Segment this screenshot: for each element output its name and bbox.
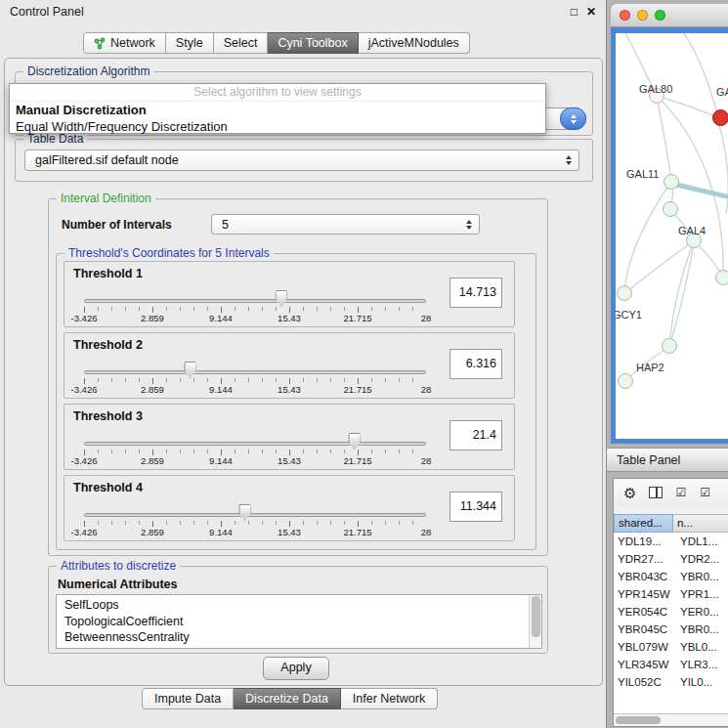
table-panel-header: Table Panel xyxy=(607,448,728,472)
scale-tick-label: 9.144 xyxy=(209,455,233,466)
node-gal11[interactable] xyxy=(664,174,679,190)
scale-tick-label: 21.715 xyxy=(343,384,371,395)
table-row[interactable]: YBR043CYBR0... xyxy=(614,568,728,585)
stepper-icon[interactable] xyxy=(559,155,578,165)
threshold-4-slider[interactable]: -3.426 2.859 9.144 15.43 21.715 28 xyxy=(84,501,426,538)
cell: YER054C xyxy=(614,603,674,621)
dropdown-option-manual-discretization[interactable]: Manual Discretization xyxy=(10,102,545,118)
tab-cyni-toolbox[interactable]: Cyni Toolbox xyxy=(268,32,358,54)
column-header-shared-name[interactable]: shared... xyxy=(614,514,673,533)
stepper-icon[interactable] xyxy=(459,220,479,230)
node-label-hap2: HAP2 xyxy=(636,362,664,373)
checkbox-icon[interactable]: ☑ xyxy=(700,487,711,498)
cell: YBR045C xyxy=(614,621,674,638)
scrollbar-thumb[interactable] xyxy=(532,596,540,637)
number-of-intervals-combobox[interactable]: 5 xyxy=(211,214,480,235)
threshold-1-slider[interactable]: -3.426 2.859 9.144 15.43 21.715 28 xyxy=(84,287,426,324)
float-icon[interactable]: □ xyxy=(571,5,578,19)
slider-track[interactable] xyxy=(84,442,426,446)
close-traffic-light[interactable] xyxy=(620,10,630,21)
slider-track[interactable] xyxy=(84,370,426,374)
dropdown-option-equal-width[interactable]: Equal Width/Frequency Discretization xyxy=(10,118,545,135)
tab-style-label: Style xyxy=(176,36,203,50)
threshold-3-value-field[interactable]: 21.4 xyxy=(450,420,502,450)
scale-tick-label: 9.144 xyxy=(209,527,233,537)
tab-impute-data[interactable]: Impute Data xyxy=(142,688,234,709)
cell: YDL19... xyxy=(614,533,674,550)
slider-thumb[interactable] xyxy=(275,290,287,307)
apply-button[interactable]: Apply xyxy=(263,657,329,680)
cell: YLR345W xyxy=(614,656,674,673)
slider-scale: -3.426 2.859 9.144 15.43 21.715 28 xyxy=(84,455,426,466)
node[interactable] xyxy=(663,201,678,217)
threshold-2-value-field[interactable]: 6.316 xyxy=(450,349,502,379)
list-item[interactable]: BetweennessCentrality xyxy=(64,629,541,646)
node-label-gal4: GAL4 xyxy=(678,225,706,236)
checkbox-icon[interactable]: ☑ xyxy=(675,487,687,498)
gear-icon[interactable]: ⚙ xyxy=(623,486,636,500)
table-row[interactable]: YPR145WYPR1... xyxy=(614,585,728,603)
threshold-3-slider[interactable]: -3.426 2.859 9.144 15.43 21.715 28 xyxy=(84,430,426,467)
threshold-2-slider[interactable]: -3.426 2.859 9.144 15.43 21.715 28 xyxy=(84,359,426,396)
node-gcy1[interactable] xyxy=(617,285,632,301)
algorithm-dropdown-popup: Select algorithm to view settings Manual… xyxy=(9,83,546,134)
table-toolbar: ⚙ ☑ ☑ xyxy=(614,479,728,506)
slider-scale: -3.426 2.859 9.144 15.43 21.715 28 xyxy=(84,313,426,323)
tab-discretize-data[interactable]: Discretize Data xyxy=(234,688,341,709)
scale-tick-label: 2.859 xyxy=(141,527,164,537)
threshold-4-value-field[interactable]: 11.344 xyxy=(450,492,502,522)
tab-select[interactable]: Select xyxy=(214,32,269,54)
cell: YLR3... xyxy=(674,656,717,673)
cell: YIL052C xyxy=(614,673,674,691)
slider-thumb[interactable] xyxy=(348,433,361,450)
close-icon[interactable]: ✕ xyxy=(586,5,596,19)
minimize-traffic-light[interactable] xyxy=(637,10,648,21)
tab-infer-network[interactable]: Infer Network xyxy=(341,688,438,709)
list-vertical-scrollbar[interactable] xyxy=(529,595,541,648)
table-data-combobox[interactable]: galFiltered.sif default node xyxy=(24,150,579,171)
slider-thumb[interactable] xyxy=(184,362,196,378)
scrollbar-thumb[interactable] xyxy=(616,716,661,724)
table-row[interactable]: YBR045CYBR0... xyxy=(614,621,728,638)
node-highlighted[interactable] xyxy=(712,109,728,126)
control-panel-titlebar: Control Panel □ ✕ xyxy=(0,0,606,23)
node[interactable] xyxy=(618,373,633,389)
combobox-arrows-button[interactable] xyxy=(560,107,586,130)
cell: YBR043C xyxy=(614,568,674,585)
horizontal-scrollbar[interactable] xyxy=(614,713,728,726)
tab-network[interactable]: Network xyxy=(83,32,166,54)
algorithm-group-label: Discretization Algorithm xyxy=(23,64,153,78)
list-item[interactable]: TopologicalCoefficient xyxy=(64,614,541,630)
node-hap2[interactable] xyxy=(662,338,677,354)
table-row[interactable]: YER054CYER0... xyxy=(614,603,728,621)
scale-tick-label: 2.859 xyxy=(141,455,164,466)
table-row[interactable]: YDL19...YDL1... xyxy=(614,533,728,550)
threshold-4-label: Threshold 4 xyxy=(73,481,143,494)
slider-track[interactable] xyxy=(84,513,426,517)
column-header-name[interactable]: n... xyxy=(673,514,728,533)
slider-thumb[interactable] xyxy=(238,504,251,521)
tab-jactivemodules[interactable]: jActiveMNodules xyxy=(359,32,470,54)
threshold-1-value-field[interactable]: 14.713 xyxy=(450,278,502,308)
table-row[interactable]: YDR27...YDR2... xyxy=(614,550,728,568)
table-header-row: shared... n... xyxy=(614,514,728,533)
columns-icon[interactable] xyxy=(649,487,663,498)
dropdown-placeholder-option[interactable]: Select algorithm to view settings xyxy=(10,84,545,102)
cell: YDR2... xyxy=(674,550,719,568)
zoom-traffic-light[interactable] xyxy=(655,10,665,21)
cell: YPR1... xyxy=(674,585,719,603)
tab-style[interactable]: Style xyxy=(166,32,214,54)
screen: Control Panel □ ✕ Network Style Select C… xyxy=(0,0,728,728)
cell: YPR145W xyxy=(614,585,674,603)
tab-network-label: Network xyxy=(110,36,155,50)
table-row[interactable]: YBL079WYBL0... xyxy=(614,638,728,656)
slider-track[interactable] xyxy=(84,299,426,303)
table-row[interactable]: YLR345WYLR3... xyxy=(614,656,728,673)
threshold-2-label: Threshold 2 xyxy=(73,338,143,352)
node[interactable] xyxy=(715,270,728,285)
list-item[interactable]: SelfLoops xyxy=(64,597,541,614)
table-row[interactable]: YIL052CYIL0... xyxy=(614,673,728,691)
tab-select-label: Select xyxy=(224,36,258,50)
network-canvas[interactable]: GAL80 GA GAL11 GAL4 GCY1 HAP2 xyxy=(616,33,728,439)
threshold-1-panel: Threshold 1 -3.426 2.859 9.144 15.43 21.… xyxy=(64,261,515,327)
